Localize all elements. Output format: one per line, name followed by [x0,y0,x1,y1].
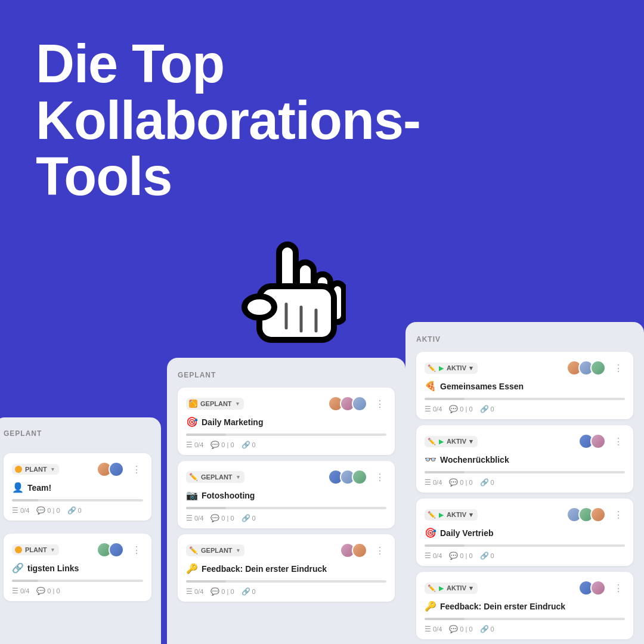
pencil-r4: ✏️ [428,584,436,592]
left-card: GEPLANT PLANT ▾ ⋮ 👤 Team! [0,417,161,644]
play-icon-r3: ▶ [439,512,444,518]
header-right-m3: ⋮ [340,543,386,558]
right-card-label: AKTIV [416,335,633,343]
chevron-r4: ▾ [469,584,473,592]
avatar-4 [109,542,124,558]
avatars-2 [97,542,124,558]
right-task-4: ✏️ ▶ AKTIV ▾ ⋮ 🔑 Feedback: Dein erster E… [416,572,633,639]
r1-more[interactable]: ⋮ [612,361,625,374]
status-label-2: PLANT [25,546,47,553]
r1-comments: 💬 0 | 0 [449,405,472,413]
right-task-1-status[interactable]: ✏️ ▶ AKTIV ▾ [425,363,478,374]
svg-point-5 [244,296,274,318]
m3-progress [186,580,386,583]
right-task-3-status[interactable]: ✏️ ▶ AKTIV ▾ [425,509,478,521]
middle-task-2-status[interactable]: ✏️ GEPLANT ▾ [186,471,244,483]
chevron-down-icon: ▾ [51,466,54,472]
middle-task-1-header: ✏️ GEPLANT ▾ ⋮ [186,396,386,411]
progress-fill [12,499,38,501]
m1-more[interactable]: ⋮ [373,397,386,410]
left-card-label: GEPLANT [4,429,151,438]
r3-more[interactable]: ⋮ [612,508,625,521]
m3-meta: ☰ 0/4 💬 0 | 0 🔗 0 [186,587,386,596]
status-text: GEPLANT [200,400,232,407]
r4-av2 [590,580,606,596]
pencil-icon-3: ✏️ [189,546,198,555]
task-meta-2: ☰ 0/4 💬 0 | 0 [12,587,143,595]
r3-meta: ☰ 0/4 💬 0 | 0 🔗 0 [425,552,625,560]
checklist-count: ☰ 0/4 [12,506,29,515]
r3-av3 [590,507,606,522]
m3-fill [186,580,226,583]
chevron-r3: ▾ [469,511,473,519]
headline-line1: Die Top [36,36,420,92]
middle-task-3-status[interactable]: ✏️ GEPLANT ▾ [186,544,244,556]
left-task-2-header: PLANT ▾ ⋮ [12,542,143,558]
left-task-2-status[interactable]: PLANT ▾ [12,544,59,555]
chevron-down-icon-2: ▾ [51,547,54,553]
middle-card: GEPLANT ✏️ GEPLANT ▾ ⋮ 🎯 Daily Marketing [167,358,405,644]
r4-links: 🔗 0 [480,625,494,633]
checklist-count-2: ☰ 0/4 [12,587,29,595]
m1-links: 🔗 0 [242,441,256,449]
m2-fill [186,507,226,509]
m3-checklist: ☰ 0/4 [186,587,203,596]
middle-task-3-header: ✏️ GEPLANT ▾ ⋮ [186,543,386,558]
r3-header-right: ⋮ [566,507,625,522]
r3-checklist: ☰ 0/4 [425,552,442,560]
r2-more[interactable]: ⋮ [612,435,625,448]
r4-more[interactable]: ⋮ [612,581,625,595]
right-task-3: ✏️ ▶ AKTIV ▾ ⋮ 🎯 Daily Vertrieb [416,499,633,566]
r1-av3 [590,360,606,376]
play-icon-r1: ▶ [439,365,444,371]
m3-more[interactable]: ⋮ [373,544,386,557]
m2-avatars [328,469,367,485]
pencil-r2: ✏️ [428,438,436,445]
right-task-2-status[interactable]: ✏️ ▶ AKTIV ▾ [425,436,478,447]
status-dot-yellow [15,466,22,473]
more-button[interactable]: ⋮ [130,463,143,476]
r4-fill [425,618,465,620]
right-task-2: ✏️ ▶ AKTIV ▾ ⋮ 👓 Wochenrückblick ☰ [416,425,633,493]
chevron-r1: ▾ [469,364,473,372]
task-meta: ☰ 0/4 💬 0 | 0 🔗 0 [12,506,143,515]
left-task-2-title: 🔗 tigsten Links [12,562,143,574]
right-task-3-title: 🎯 Daily Vertrieb [425,527,625,538]
headline-line2: Kollaborations- [36,92,420,149]
task-icon: 👤 [12,482,24,493]
status-label: PLANT [25,466,47,473]
r2-comments: 💬 0 | 0 [449,478,472,487]
r3-avatars [566,507,606,522]
m2-checklist: ☰ 0/4 [186,514,203,522]
middle-task-1: ✏️ GEPLANT ▾ ⋮ 🎯 Daily Marketing ☰ [178,388,395,455]
m1-progress [186,434,386,436]
progress-fill-2 [12,580,38,582]
comments-count-2: 💬 0 | 0 [36,587,60,595]
right-task-2-header: ✏️ ▶ AKTIV ▾ ⋮ [425,434,625,449]
middle-task-2: ✏️ GEPLANT ▾ ⋮ 📷 Fotoshooting ☰ [178,461,395,528]
r1-header-right: ⋮ [566,360,625,376]
r2-progress [425,471,625,473]
chevron-r2: ▾ [469,438,473,445]
right-task-2-title: 👓 Wochenrückblick [425,454,625,465]
m1-fill [186,434,226,436]
r4-meta: ☰ 0/4 💬 0 | 0 🔗 0 [425,625,625,633]
middle-task-1-status[interactable]: ✏️ GEPLANT ▾ [186,398,244,410]
m2-more[interactable]: ⋮ [373,470,386,484]
header-right-m2: ⋮ [328,469,386,485]
header-right: ⋮ [97,462,143,477]
left-task-1-header: PLANT ▾ ⋮ [12,462,143,477]
chevron-icon-3: ▾ [237,547,240,553]
r1-avatars [566,360,606,376]
right-task-3-header: ✏️ ▶ AKTIV ▾ ⋮ [425,507,625,522]
m3-av2 [352,543,367,558]
right-task-4-status[interactable]: ✏️ ▶ AKTIV ▾ [425,583,478,594]
r3-fill [425,544,465,547]
m1-checklist: ☰ 0/4 [186,441,203,449]
right-task-1-title: 🍕 Gemeinsames Essen [425,380,625,392]
more-button-2[interactable]: ⋮ [130,543,143,556]
right-task-1: ✏️ ▶ AKTIV ▾ ⋮ 🍕 Gemeinsames Essen [416,352,633,419]
right-task-4-header: ✏️ ▶ AKTIV ▾ ⋮ [425,580,625,596]
left-task-1-status[interactable]: PLANT ▾ [12,464,59,475]
left-task-1: PLANT ▾ ⋮ 👤 Team! ☰ 0/4 💬 [4,453,151,521]
